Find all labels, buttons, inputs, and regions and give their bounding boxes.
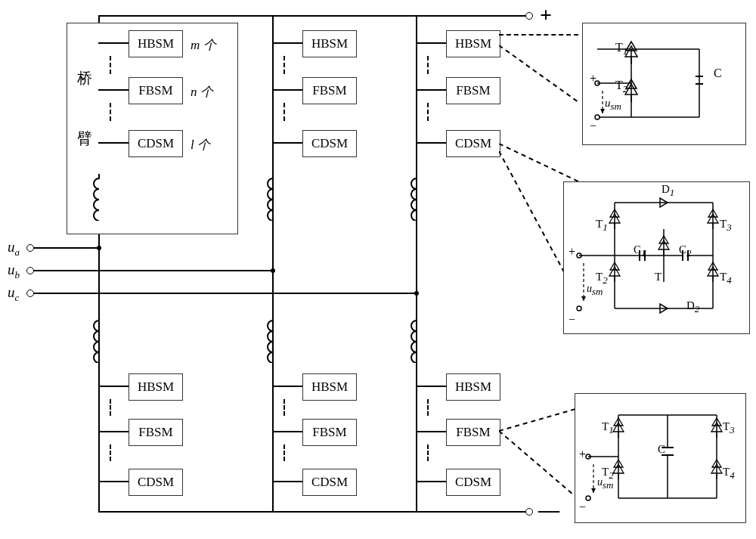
hbsm-label: HBSM	[138, 36, 174, 51]
fb-t4-label: T4	[723, 466, 735, 482]
stub-line	[272, 431, 302, 432]
hb-c-label: C	[714, 67, 722, 80]
hbsm-label: HBSM	[311, 36, 348, 51]
cd-c1-label: C1	[634, 243, 646, 259]
fb-c-label: C	[658, 443, 665, 456]
cd-d1-label: D1	[662, 183, 674, 199]
cd-t4-label: T4	[720, 271, 732, 287]
stub-line	[416, 481, 446, 482]
cd-t-label: T	[655, 271, 662, 283]
stub-line	[98, 481, 129, 482]
callout-dash	[499, 34, 578, 36]
arm-label-1: 桥	[77, 68, 92, 88]
hbsm-box: HBSM	[129, 373, 183, 401]
cdsm-box: CDSM	[302, 130, 357, 157]
cd-d2-label: D2	[686, 299, 699, 315]
stub-line	[272, 481, 302, 482]
stub-line	[98, 431, 129, 432]
fb-minus: −	[579, 500, 586, 514]
stub-line	[98, 142, 129, 144]
uc-terminal	[26, 290, 34, 297]
arm-inductor	[407, 174, 426, 221]
fbsm-label: FBSM	[312, 83, 346, 98]
hb-plus: +	[590, 72, 596, 85]
hb-minus: −	[590, 119, 596, 133]
fbsm-box: FBSM	[129, 77, 183, 104]
arm-inductor	[263, 316, 283, 363]
fbsm-detail-svg	[577, 396, 743, 519]
hb-t2-label: T2	[615, 79, 627, 95]
hbsm-box: HBSM	[302, 30, 357, 57]
continuation-dash	[110, 445, 111, 461]
stub-line	[272, 142, 302, 144]
cdsm-label: CDSM	[455, 475, 491, 490]
hbsm-label: HBSM	[311, 379, 348, 395]
cd-c2-label: C2	[679, 243, 692, 259]
hbsm-box: HBSM	[446, 373, 500, 401]
cdsm-label: CDSM	[138, 475, 174, 490]
fbsm-box: FBSM	[129, 419, 183, 446]
stub-line	[416, 89, 446, 91]
arm-inductor	[407, 316, 426, 363]
uc-line	[30, 293, 416, 294]
arm-inductor	[89, 174, 109, 221]
fbsm-label: FBSM	[138, 83, 172, 98]
cdsm-box: CDSM	[129, 469, 183, 496]
ua-label: ua	[8, 239, 20, 259]
cdsm-label: CDSM	[311, 475, 348, 490]
continuation-dash	[427, 399, 429, 416]
cd-t3-label: T3	[720, 218, 732, 234]
arm-inductor	[263, 174, 283, 221]
stub-line	[272, 386, 302, 387]
cd-t1-label: T1	[596, 218, 608, 234]
stub-line	[272, 42, 302, 44]
fbsm-count: n 个	[191, 83, 213, 101]
continuation-dash	[110, 103, 111, 121]
cdsm-box: CDSM	[446, 130, 500, 157]
stub-line	[272, 89, 302, 91]
cdsm-detail-svg	[565, 184, 747, 331]
cdsm-box: CDSM	[446, 469, 500, 496]
hbsm-detail-svg	[586, 26, 741, 140]
stub-line	[416, 386, 446, 387]
cdsm-box: CDSM	[302, 469, 357, 496]
continuation-dash	[110, 56, 111, 74]
cdsm-label: CDSM	[311, 136, 348, 151]
fbsm-label: FBSM	[138, 425, 172, 440]
arm-inductor	[89, 316, 109, 363]
cd-minus: −	[569, 313, 575, 327]
stub-line	[98, 386, 129, 387]
fb-t3-label: T3	[723, 420, 735, 436]
cd-plus: +	[569, 245, 575, 259]
cd-usm-label: usm	[587, 283, 603, 298]
stub-line	[416, 431, 446, 432]
continuation-dash	[427, 103, 429, 121]
fbsm-box: FBSM	[302, 77, 357, 104]
hbsm-box: HBSM	[129, 30, 183, 57]
hbsm-count: m 个	[191, 36, 216, 54]
arm-label-2: 臂	[77, 129, 92, 149]
ub-line	[30, 270, 272, 271]
hbsm-label: HBSM	[455, 379, 491, 395]
hb-usm-label: usm	[605, 97, 621, 113]
fbsm-box: FBSM	[302, 419, 357, 446]
dc-positive-rail	[98, 15, 529, 17]
ua-line	[30, 247, 98, 249]
continuation-dash	[284, 56, 285, 74]
dc-positive-terminal	[525, 12, 533, 20]
stub-line	[416, 42, 446, 44]
ub-label: ub	[8, 262, 20, 281]
hbsm-box: HBSM	[446, 30, 500, 57]
cdsm-label: CDSM	[455, 136, 491, 151]
dc-negative-rail	[98, 511, 529, 513]
fbsm-label: FBSM	[456, 83, 490, 98]
fbsm-label: FBSM	[456, 425, 490, 440]
fbsm-box: FBSM	[446, 77, 500, 104]
ua-terminal	[26, 244, 34, 252]
continuation-dash	[427, 445, 429, 461]
fb-plus: +	[579, 448, 586, 461]
stub-line	[416, 142, 446, 144]
hbsm-box: HBSM	[302, 373, 357, 401]
uc-label: uc	[8, 284, 19, 304]
callout-dash	[499, 45, 582, 106]
